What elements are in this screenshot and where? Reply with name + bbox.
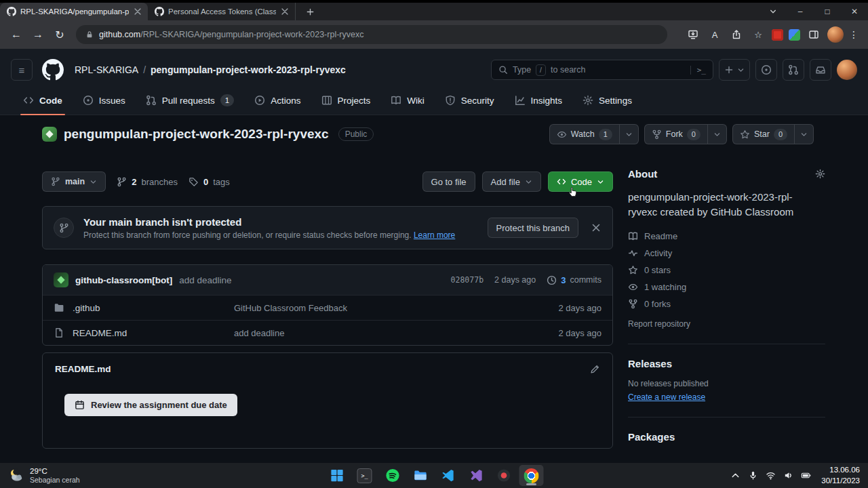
fork-button[interactable]: Fork 0 [644, 124, 727, 144]
tab-security[interactable]: Security [437, 85, 502, 115]
inbox-button[interactable] [810, 59, 831, 81]
commit-author[interactable]: github-classroom[bot] [75, 275, 172, 285]
github-logo[interactable] [42, 59, 64, 81]
weather-widget[interactable]: 29°C Sebagian cerah [0, 466, 88, 485]
command-palette-icon[interactable]: >_ [690, 66, 706, 75]
window-close-button[interactable]: ✕ [841, 3, 868, 20]
file-row[interactable]: .github GitHub Classroom Feedback 2 days… [43, 295, 612, 320]
file-commit-message[interactable]: add deadline [234, 328, 550, 338]
forks-link[interactable]: 0 forks [628, 299, 825, 309]
browser-tab-repo[interactable]: RPL-SKARIGA/pengumpulan-pr [0, 3, 148, 20]
repo-header: pengumpulan-project-work-2023-rpl-ryvexc… [42, 122, 814, 146]
watch-button[interactable]: Watch 1 [549, 124, 639, 144]
terminal-app-button[interactable]: >_ [353, 465, 377, 486]
activity-link[interactable]: Activity [628, 248, 825, 258]
tab-insights[interactable]: Insights [507, 85, 571, 115]
vscode-icon [440, 468, 456, 483]
browser-tab-tokens[interactable]: Personal Access Tokens (Classic) [148, 3, 296, 20]
wifi-icon[interactable] [766, 470, 776, 481]
create-new-button[interactable] [719, 59, 750, 81]
branch-selector[interactable]: main [42, 171, 106, 192]
watch-dropdown[interactable] [619, 124, 639, 144]
translate-icon[interactable]: A [707, 26, 723, 43]
chevron-down-icon [713, 131, 721, 138]
tab-settings[interactable]: Settings [574, 85, 640, 115]
extension-icon-1[interactable] [772, 29, 783, 41]
file-commit-message[interactable]: GitHub Classroom Feedback [234, 303, 550, 313]
commit-hash[interactable]: 028077b [451, 275, 484, 285]
media-app-button[interactable] [492, 465, 516, 486]
tab-pull-requests[interactable]: Pull requests 1 [138, 85, 242, 115]
readme-link[interactable]: Readme [628, 231, 825, 241]
tray-chevron-up-icon[interactable] [730, 470, 741, 481]
tab-code[interactable]: Code [15, 85, 71, 115]
taskbar-clock[interactable]: 13.06.06 30/11/2023 [821, 465, 860, 486]
star-button-main[interactable]: Star 0 [732, 124, 794, 144]
tags-link[interactable]: 0 tags [189, 177, 230, 187]
window-minimize-button[interactable]: – [787, 3, 814, 20]
window-maximize-button[interactable]: □ [814, 3, 841, 20]
url-bar[interactable]: github.com/RPL-SKARIGA/pengumpulan-proje… [76, 25, 667, 44]
watch-button-main[interactable]: Watch 1 [549, 124, 619, 144]
install-app-icon[interactable] [685, 26, 701, 43]
add-file-button[interactable]: Add file [482, 171, 541, 192]
side-panel-icon[interactable] [806, 26, 822, 43]
tab-close-icon[interactable] [280, 7, 290, 16]
fork-button-main[interactable]: Fork 0 [644, 124, 707, 144]
microphone-icon[interactable] [748, 470, 758, 481]
breadcrumb-org[interactable]: RPL-SKARIGA [75, 64, 138, 75]
browser-menu-icon[interactable]: ⋮ [849, 29, 859, 40]
chrome-app-button[interactable] [519, 465, 544, 486]
report-repository-link[interactable]: Report repository [628, 319, 825, 329]
file-name[interactable]: .github [73, 303, 226, 313]
issues-dashboard-button[interactable] [755, 59, 777, 81]
volume-icon[interactable] [783, 470, 793, 481]
tab-projects[interactable]: Projects [313, 85, 379, 115]
pull-requests-dashboard-button[interactable] [783, 59, 804, 81]
reload-button[interactable]: ↻ [50, 25, 69, 44]
browser-profile-avatar[interactable] [827, 26, 844, 43]
tab-issues[interactable]: Issues [75, 85, 134, 115]
vscode-app-button[interactable] [436, 465, 460, 486]
star-dropdown[interactable] [794, 124, 814, 144]
protect-branch-button[interactable]: Protect this branch [488, 218, 578, 238]
battery-icon[interactable] [801, 470, 811, 481]
spotify-app-button[interactable] [380, 465, 405, 486]
repo-title[interactable]: pengumpulan-project-work-2023-rpl-ryvexc [64, 127, 329, 142]
visual-studio-app-button[interactable] [464, 465, 488, 486]
start-button[interactable] [325, 465, 349, 486]
tab-close-icon[interactable] [133, 7, 142, 16]
edit-pencil-icon[interactable] [590, 364, 600, 374]
dismiss-banner-icon[interactable] [591, 222, 601, 233]
learn-more-link[interactable]: Learn more [414, 230, 455, 240]
user-avatar[interactable] [837, 60, 857, 80]
gear-icon[interactable] [815, 169, 825, 179]
bookmark-star-icon[interactable]: ☆ [750, 26, 766, 43]
hamburger-menu-button[interactable]: ≡ [11, 59, 33, 81]
review-due-date-button[interactable]: Review the assignment due date [64, 394, 237, 416]
readme-filename[interactable]: README.md [55, 364, 111, 374]
breadcrumb-repo[interactable]: pengumpulan-project-work-2023-rpl-ryvexc [151, 64, 346, 75]
tab-actions[interactable]: Actions [246, 85, 309, 115]
extension-icon-2[interactable] [789, 29, 800, 41]
stars-link[interactable]: 0 stars [628, 265, 825, 275]
commit-author-avatar[interactable] [54, 272, 68, 287]
new-tab-button[interactable] [301, 3, 319, 20]
tab-search-button[interactable] [760, 3, 787, 20]
commit-message[interactable]: add deadline [179, 275, 231, 285]
back-button[interactable]: ← [7, 25, 26, 44]
search-input[interactable]: Type / to search >_ [491, 60, 713, 80]
create-release-link[interactable]: Create a new release [628, 392, 825, 402]
fork-dropdown[interactable] [707, 124, 727, 144]
share-icon[interactable] [728, 26, 745, 43]
branches-link[interactable]: 2 branches [117, 177, 178, 187]
go-to-file-button[interactable]: Go to file [422, 171, 475, 192]
file-explorer-button[interactable] [408, 465, 433, 486]
file-row[interactable]: README.md add deadline 2 days ago [43, 320, 612, 345]
star-button[interactable]: Star 0 [732, 124, 814, 144]
watching-link[interactable]: 1 watching [628, 282, 825, 292]
forward-button[interactable]: → [28, 25, 47, 44]
tab-wiki[interactable]: Wiki [382, 85, 433, 115]
commit-history-link[interactable]: 3 commits [547, 275, 601, 285]
file-name[interactable]: README.md [73, 328, 226, 338]
